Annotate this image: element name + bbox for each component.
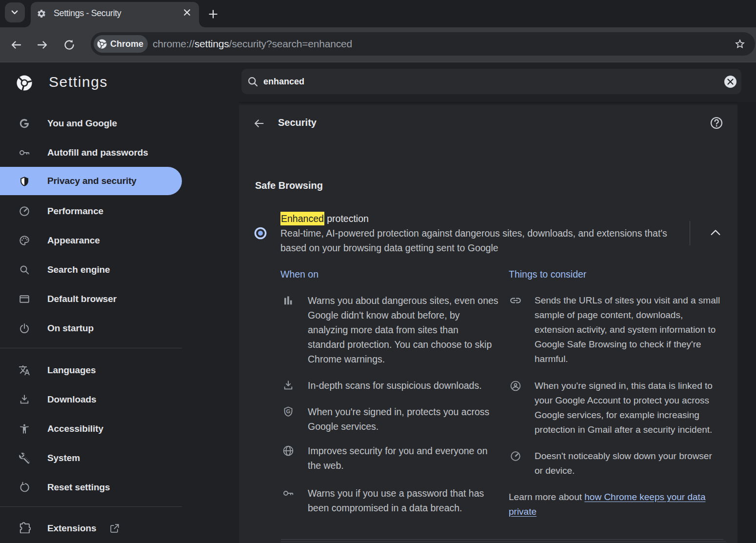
svg-text:G: G <box>286 408 291 414</box>
